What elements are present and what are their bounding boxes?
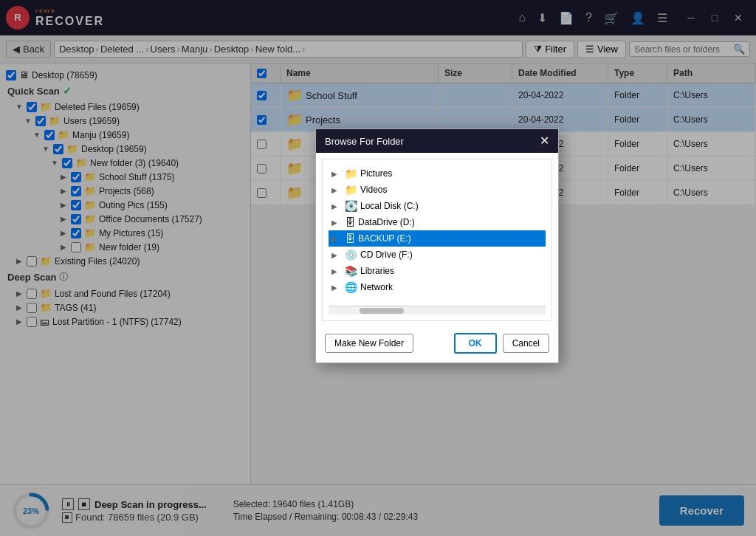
drive-icon: 🗄 (345, 233, 355, 244)
toggle-icon: ▶ (331, 284, 342, 292)
folder-tree[interactable]: ▶ 📁 Pictures ▶ 📁 Videos ▶ 💽 Local Disk (… (329, 165, 546, 306)
libraries-icon: 📚 (345, 265, 357, 277)
network-icon: 🌐 (345, 281, 357, 293)
scrollbar-thumb[interactable] (360, 308, 404, 314)
modal-body: ▶ 📁 Pictures ▶ 📁 Videos ▶ 💽 Local Disk (… (322, 159, 552, 321)
folder-tree-item-pictures[interactable]: ▶ 📁 Pictures (329, 165, 546, 182)
toggle-icon: ▶ (331, 170, 342, 178)
toggle-icon: ▶ (331, 235, 342, 243)
folder-tree-item-local-disk[interactable]: ▶ 💽 Local Disk (C:) (329, 198, 546, 214)
folder-tree-item-cd-drive[interactable]: ▶ 💿 CD Drive (F:) (329, 247, 546, 263)
modal-overlay[interactable]: Browse For Folder ✕ ▶ 📁 Pictures ▶ 📁 Vid… (0, 0, 756, 536)
folder-tree-item-videos[interactable]: ▶ 📁 Videos (329, 182, 546, 198)
toggle-icon: ▶ (331, 186, 342, 194)
browse-for-folder-modal: Browse For Folder ✕ ▶ 📁 Pictures ▶ 📁 Vid… (315, 128, 559, 363)
horizontal-scrollbar[interactable] (329, 306, 546, 315)
toggle-icon: ▶ (331, 251, 342, 259)
cd-icon: 💿 (345, 249, 357, 261)
modal-title-text: Browse For Folder (325, 136, 404, 147)
cancel-button[interactable]: Cancel (503, 334, 549, 353)
modal-close-button[interactable]: ✕ (540, 135, 549, 147)
toggle-icon: ▶ (331, 267, 342, 275)
toggle-icon: ▶ (331, 202, 342, 210)
folder-tree-item-backup[interactable]: ▶ 🗄 BACKUP (E:) (329, 230, 546, 247)
make-new-folder-button[interactable]: Make New Folder (325, 334, 413, 353)
toggle-icon: ▶ (331, 219, 342, 227)
folder-tree-item-libraries[interactable]: ▶ 📚 Libraries (329, 263, 546, 279)
folder-icon: 📁 (345, 168, 357, 179)
ok-button[interactable]: OK (454, 333, 497, 354)
modal-footer: Make New Folder OK Cancel (316, 327, 558, 363)
folder-tree-item-datadrive[interactable]: ▶ 🗄 DataDrive (D:) (329, 214, 546, 230)
folder-icon: 📁 (345, 184, 357, 196)
modal-title-bar: Browse For Folder ✕ (316, 129, 558, 153)
local-disk-icon: 💽 (345, 200, 357, 212)
folder-tree-item-network[interactable]: ▶ 🌐 Network (329, 279, 546, 295)
drive-icon: 🗄 (345, 216, 355, 228)
